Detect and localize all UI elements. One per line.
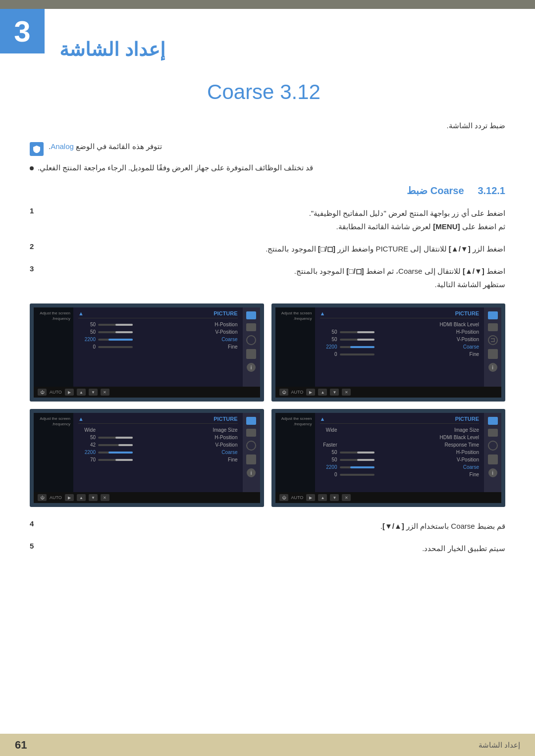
step-4: قم بضبط Coarse باستخدام الزر [▲/▼]. 4 [30, 519, 505, 533]
bottom-btn-up: ▲ [318, 389, 327, 396]
monitor-4-bottom-btn-right: ▶ [65, 494, 74, 501]
monitors-grid: i PICTURE ▲ HDMI Black Level H-Position [30, 303, 505, 507]
note-1: تتوفر هذه القائمة في الوضع Analog. [30, 142, 505, 156]
step-2-number: 2 [30, 242, 40, 251]
monitor-1-inner: i PICTURE ▲ HDMI Black Level H-Position [275, 307, 502, 387]
step-3-text: اضغط [▼/▲] للانتقال إلى Coarse، ثم اضغط … [47, 264, 505, 291]
sidebar-icon-menu [488, 323, 498, 331]
monitor-3-sidebar-icon-info: i [488, 468, 497, 477]
monitor-4-bottom-btn-x: ✕ [101, 494, 109, 501]
menu-3-row-hpos: H-Position 50 [320, 449, 480, 456]
monitor-4-sidebar-icon-gear [246, 454, 256, 464]
subsection-title: ضبط Coarse 3.12.1 [30, 185, 505, 197]
note-2: قد تختلف الوظائف المتوفرة على جهاز العرض… [30, 163, 505, 172]
monitor-4-sidebar-icon-display [246, 417, 256, 425]
subsection-number: 3.12.1 [478, 185, 505, 196]
chapter-title: إعداد الشاشة [59, 39, 165, 60]
monitor-4-bottom-btn-power: ⏻ [38, 494, 47, 501]
monitor-1-sidebar: i [484, 307, 501, 387]
menu-2-row-coarse: Coarse 2200 [78, 336, 238, 343]
menu-3-row-vpos: V-Position 50 [320, 456, 480, 463]
monitor-4-adjust-text: Adjust the screen frequency. [37, 416, 70, 427]
monitor-3-sidebar-icon-menu [488, 429, 498, 437]
monitor-3-sidebar: i [484, 413, 501, 492]
bottom-btn-power: ⏻ [279, 389, 288, 396]
menu-2-row-vpos: V-Position 50 [78, 328, 238, 336]
monitor-2-auto-text: AUTO [50, 390, 62, 395]
monitor-4-sidebar-icon-info: i [247, 468, 256, 477]
menu-2-row-fine: Fine 0 [78, 343, 238, 351]
monitor-2-sidebar-icon-menu [246, 323, 256, 331]
monitor-2-bottom-btn-power: ⏻ [38, 389, 47, 396]
sidebar-icon-circle [488, 335, 498, 345]
note-1-text: تتوفر هذه القائمة في الوضع Analog. [49, 142, 162, 151]
monitor-4-bottom: ✕ ▼ ▲ ▶ AUTO ⏻ [34, 492, 260, 503]
sidebar-icon-info: i [488, 363, 497, 372]
monitor-3-bottom-btn-right: ▶ [306, 494, 315, 501]
monitor-3: i PICTURE ▲ Image Size Wide HDMI Black L… [271, 409, 506, 507]
top-bar [0, 0, 535, 9]
chapter-number: 3 [14, 14, 30, 49]
monitor-2-right: Adjust the screen frequency. [34, 307, 73, 387]
note-icon [30, 142, 44, 156]
step-3: اضغط [▼/▲] للانتقال إلى Coarse، ثم اضغط … [30, 264, 505, 291]
step-5-number: 5 [30, 542, 40, 550]
monitor-4-bottom-btn-up: ▲ [77, 494, 86, 501]
step-3-number: 3 [30, 264, 40, 273]
monitor-4-inner: i PICTURE ▲ Image Size Wide H-Position [34, 413, 260, 492]
monitor-1: i PICTURE ▲ HDMI Black Level H-Position [271, 303, 506, 402]
section-number: 3.12 [280, 80, 321, 103]
monitor-3-sidebar-icon-display [488, 417, 498, 425]
monitor-4-sidebar-icon-menu [246, 429, 256, 437]
monitor-1-menu: PICTURE ▲ HDMI Black Level H-Position 50 [315, 307, 484, 387]
monitor-3-adjust-text: Adjust the screen frequency. [278, 416, 312, 427]
section-title: Coarse 3.12 [30, 80, 505, 104]
monitor-4-right: Adjust the screen frequency. [34, 413, 73, 492]
monitor-4-auto-text: AUTO [50, 495, 62, 500]
step-1: اضغط على أي زر بواجهة المنتج لعرض "دليل … [30, 206, 505, 233]
monitor-3-bottom-btn-power: ⏻ [279, 494, 288, 501]
menu-3-header: PICTURE ▲ [320, 416, 480, 424]
monitor-2-sidebar-icon-circle [246, 335, 256, 345]
menu-4-header: PICTURE ▲ [78, 416, 238, 424]
menu-3-row-coarse: Coarse 2200 [320, 463, 480, 471]
monitor-3-bottom-btn-down: ▼ [330, 494, 339, 501]
monitor-2-bottom-btn-up: ▲ [77, 389, 86, 396]
menu-1-row-coarse: Coarse 2200 [320, 343, 480, 351]
monitor-2: i PICTURE ▲ H-Position 50 [30, 303, 264, 402]
menu-1-row-fine: Fine 0 [320, 351, 480, 358]
menu-1-row-hdmi: HDMI Black Level [320, 321, 480, 328]
monitor-4-sidebar: i [243, 413, 260, 492]
step-1-number: 1 [30, 206, 40, 215]
menu-4-row-coarse: Coarse 2200 [78, 449, 238, 456]
menu-4-row-imgsize: Image Size Wide [78, 426, 238, 434]
monitor-2-sidebar-icon-display [246, 311, 256, 319]
monitor-2-bottom: ✕ ▼ ▲ ▶ AUTO ⏻ [34, 387, 260, 398]
subsection-title-text: ضبط Coarse 3.12.1 [407, 185, 505, 197]
monitor-3-inner: i PICTURE ▲ Image Size Wide HDMI Black L… [275, 413, 502, 492]
monitor-2-bottom-btn-right: ▶ [65, 389, 74, 396]
footer-title: إعداد الشاشة [479, 741, 520, 750]
bullet-dot [30, 166, 34, 170]
section-english: Coarse [207, 80, 274, 103]
bottom-btn-x: ✕ [342, 389, 351, 396]
menu-4-row-vpos: V-Position 42 [78, 441, 238, 449]
footer: إعداد الشاشة 61 [0, 734, 535, 756]
menu-4-row-hpos: H-Position 50 [78, 434, 238, 441]
monitor-2-sidebar-icon-gear [246, 349, 256, 359]
monitor-3-bottom-btn-up: ▲ [318, 494, 327, 501]
main-content: Coarse 3.12 ضبط تردد الشاشة. تتوفر هذه ا… [0, 70, 535, 584]
menu-3-row-imgsize: Image Size Wide [320, 426, 480, 434]
section-title-text: Coarse 3.12 [207, 80, 328, 104]
description: ضبط تردد الشاشة. [30, 119, 505, 132]
menu-3-row-fine: Fine 0 [320, 471, 480, 478]
subsection-title-arabic: ضبط Coarse [407, 185, 464, 196]
monitor-2-inner: i PICTURE ▲ H-Position 50 [34, 307, 260, 387]
bottom-btn-right: ▶ [306, 389, 315, 396]
monitor-3-bottom-btn-x: ✕ [342, 494, 351, 501]
menu-3-row-resp: Response Time Faster [320, 441, 480, 449]
footer-page: 61 [15, 739, 27, 752]
monitor-2-adjust-text: Adjust the screen frequency. [37, 310, 70, 321]
monitor-4: i PICTURE ▲ Image Size Wide H-Position [30, 409, 264, 507]
monitor-4-menu: PICTURE ▲ Image Size Wide H-Position 50 [73, 413, 243, 492]
